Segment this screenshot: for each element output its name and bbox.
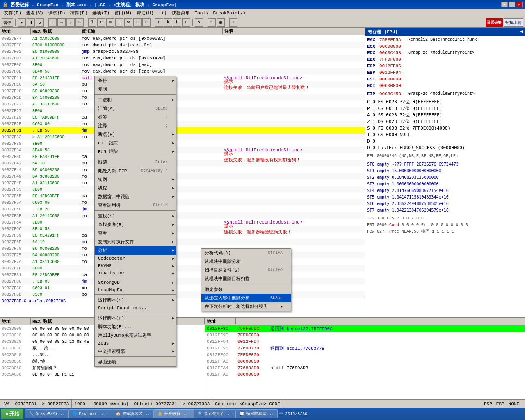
taskbar-btn-graspfz[interactable]: 🔧 GraspFzMi... (25, 409, 68, 418)
toolbar-question[interactable]: ? (229, 18, 237, 27)
disasm-row[interactable]: 00B27F75 BA 6080B200 mo (0, 252, 365, 258)
toolbar-p[interactable]: P (155, 18, 163, 27)
ctx-comment[interactable]: 注释 ; (95, 121, 176, 130)
menu-options[interactable]: 选项(T) (90, 9, 112, 17)
disasm-row[interactable]: 00B27EF7 A1 3A05C600 mov eax,dword ptr d… (0, 35, 365, 42)
ctx-search[interactable]: 查找(S) (95, 212, 176, 220)
ctx-run-script-s[interactable]: 运行脚本(S)... (95, 296, 176, 304)
ctx-ui-options[interactable]: 界面选项 (95, 358, 176, 366)
menu-breakpoint[interactable]: BreakPoint-> (211, 10, 248, 16)
ctx-assemble[interactable]: 汇编(A) Space (95, 104, 176, 113)
disasm-row[interactable]: 00B27F70 B9 0C80B200 mo (0, 245, 365, 252)
disasm-row[interactable]: 00B27F81 E8 22DC9BFF ca (0, 272, 365, 278)
menu-plugins[interactable]: 插件(P) (68, 9, 90, 17)
toolbar-restart[interactable]: ↺ (36, 18, 44, 27)
ctx-breakpoint[interactable]: 断点(P) (95, 130, 176, 139)
disasm-row[interactable]: 00B27F0C 8B00 mov eax,dword ptr ds:[eax] (0, 62, 365, 68)
sub-analyze-code[interactable]: 分析代码(A) Ctrl+A (201, 249, 291, 257)
disasm-row[interactable]: 00B27F6E 6A 10 pu (0, 239, 365, 245)
disasm-row[interactable]: 00B27F22 A3 3811C600 mo (0, 101, 365, 107)
disasm-row[interactable]: 00B27F88 C603 01 xo (0, 285, 365, 291)
stack-row[interactable]: 0012FF98 7769377B 返回到 ntdll.7769377B (205, 345, 525, 352)
toolbar-k[interactable]: k (164, 18, 172, 27)
ctx-script-funcs[interactable]: Script Functions... (95, 304, 176, 312)
ctx-hit-trace[interactable]: HIT 跟踪 (95, 139, 176, 147)
stack-row[interactable]: 0012FF90 7FFDF000 (205, 332, 525, 338)
stack-row[interactable]: 0012FFA8 00000000 (205, 371, 525, 378)
toolbar-b[interactable]: b (173, 18, 181, 27)
toolbar-e[interactable]: e (97, 18, 105, 27)
ctx-search-cn[interactable]: 中文搜索引擎 (95, 347, 176, 356)
menu-debug[interactable]: 调试(D) (46, 9, 68, 17)
disasm-row[interactable]: 00B27F38 8B00 (0, 140, 365, 147)
ctx-new-eip[interactable]: 此处为新 EIP Ctrl+Gray * (95, 167, 176, 175)
disasm-row[interactable]: 00B27F4E A1 3811C600 mo (0, 180, 365, 186)
ctx-fkvmp[interactable]: FKVMP (95, 262, 176, 269)
disasm-row[interactable]: 00B27F3D E8 FA4291FF ca 提示连接失败，服务器端没有找到加… (0, 153, 365, 160)
ctx-run-trace[interactable]: RUN 跟踪 (95, 147, 176, 156)
ctx-loadmapex[interactable]: LoadMapEx (95, 286, 176, 294)
ctx-follow[interactable]: 跟随 Enter (95, 158, 176, 167)
toolbar-m[interactable]: m (106, 18, 114, 27)
toolbar-step-out[interactable]: ↗ (66, 18, 75, 27)
toolbar-pause[interactable]: ⏸ (27, 18, 35, 27)
disasm-row[interactable]: 00B27F27 8B00 (0, 107, 365, 114)
menu-view[interactable]: 查看(V) (24, 9, 46, 17)
ctx-binary[interactable]: 二进制 (95, 96, 176, 104)
toolbar-r[interactable]: r (182, 18, 190, 27)
taskbar-btn-maxthon[interactable]: 🌐 Maxthon -... (68, 409, 112, 418)
ctx-goto[interactable]: 转到 (95, 175, 176, 184)
stack-row[interactable]: 0012FFA0 00000000 (205, 358, 525, 365)
taskbar-btn-wuai[interactable]: 🔒 吾爱破解-... (154, 409, 194, 418)
ctx-backup[interactable]: 备份 (95, 76, 176, 85)
ctx-run-script-p[interactable]: 运行脚本(P) (95, 314, 176, 322)
minimize-button[interactable]: — (501, 2, 508, 7)
toolbar-skip-btn[interactable]: 暂停 (2, 18, 13, 27)
close-button[interactable]: ✕ (516, 2, 523, 7)
toolbar-s[interactable]: s (195, 18, 203, 27)
ctx-data-follow[interactable]: 数据窗口中跟随 (95, 192, 176, 201)
disasm-row[interactable]: 00B27F49 BA 3C80B200 mo (0, 173, 365, 180)
toolbar-list2[interactable]: ⊞ (217, 18, 225, 27)
ctx-idaficator[interactable]: IDAFicator (95, 269, 176, 277)
stack-row[interactable]: 0012FF94 0012FFD4 (205, 338, 525, 345)
toolbar-h[interactable]: h (133, 18, 142, 27)
start-button[interactable]: ⊞ 开始 (1, 409, 23, 419)
disasm-row[interactable]: 00B27F55 E8 4EDC9BFF ca (0, 193, 365, 199)
ctx-zeus[interactable]: Zeus (95, 340, 176, 347)
sub-assumed-args[interactable]: 假定参数 (201, 285, 291, 294)
disasm-row[interactable]: 00B27F5D . EB 2C jm (0, 206, 365, 212)
menu-shortcut[interactable]: 快捷菜单 (169, 9, 192, 17)
ctx-copy[interactable]: 复制 (95, 85, 176, 94)
disasm-row[interactable]: 00B27F16 6A 10 pu 提示连接失败，当前用户数已超过最大限制数！ (0, 81, 365, 88)
menu-help[interactable]: 帮助(H) (134, 9, 156, 17)
ctx-copy-exec[interactable]: 复制到可执行文件 (95, 237, 176, 246)
ctx-label[interactable]: 标签 : (95, 113, 176, 121)
disasm-row[interactable]: 00B27F29 E8 7ADC9BFF ca (0, 114, 365, 121)
disasm-row[interactable]: 00B27F0E 8B40 58 mov eax,dword ptr ds:[e… (0, 68, 365, 75)
toolbar-run[interactable]: ▶ (18, 18, 26, 27)
toolbar-c[interactable]: c (142, 18, 151, 27)
disasm-row[interactable]: 00B27F44 B9 0C80B200 mo (0, 167, 365, 173)
ctx-ollydump[interactable]: 用OllyDump脱壳调试进程 (95, 331, 176, 340)
disasm-row[interactable]: 00B27F5A C603 00 mo (0, 199, 365, 206)
disasm-row[interactable]: 00B27F86 . EB 03 jm (0, 278, 365, 285)
disasm-row[interactable]: 00B27F2E C603 00 mo (0, 121, 365, 127)
toolbar-w[interactable]: w (124, 18, 132, 27)
disasm-row[interactable]: 00B27F1D BA 1480B200 mo (0, 94, 365, 101)
register-collapse-icon[interactable]: ◀ (520, 29, 523, 35)
menu-window[interactable]: 窗口(W) (112, 9, 134, 17)
taskbar-btn-baidu[interactable]: 🔍 欢迎使用百... (194, 409, 236, 418)
toolbar-t[interactable]: t (115, 18, 123, 27)
menu-file[interactable]: 文件(F) (2, 9, 24, 17)
disasm-row[interactable]: 00B27F7F 8B00 (0, 265, 365, 272)
disasm-row-highlighted[interactable]: 00B27F31 . EB 58 jm (0, 127, 365, 134)
stack-row[interactable]: 0012FF9C 7FFDF000 (205, 352, 525, 358)
stack-row-highlighted[interactable]: 0012FF8C 75FFED6C 返回到 kernel32.75FFED6C (205, 325, 525, 332)
toolbar-step-over[interactable]: → (57, 18, 66, 27)
toolbar-upload[interactable]: 拖拽上传 (504, 18, 523, 27)
ctx-script-func-f[interactable]: 脚本功能(F)... (95, 322, 176, 331)
disasm-row[interactable]: 00B27F5F A1 2014C600 mo (0, 212, 365, 219)
ctx-codedoctor[interactable]: CodeDoctor (95, 255, 176, 262)
taskbar-btn-dunzuo[interactable]: 💬 顿挫隐鑫网... (236, 409, 278, 418)
